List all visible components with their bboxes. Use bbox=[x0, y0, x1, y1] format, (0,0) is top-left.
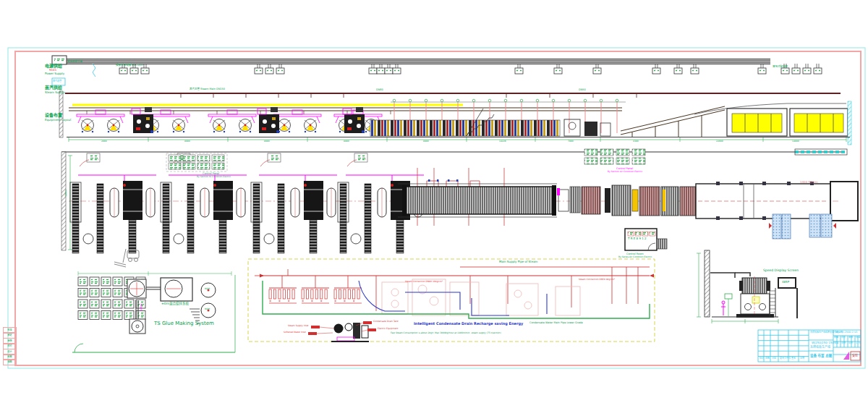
control-cluster-b bbox=[584, 149, 645, 164]
note-dn50: DN50 bbox=[579, 88, 586, 91]
note-transformer: 变压器房引来 bbox=[67, 60, 82, 63]
note-busduct: 插接式母线槽 Bus Duct bbox=[116, 64, 143, 67]
tb-left-5: 日期 bbox=[800, 357, 804, 360]
steam-tag3: Condensate Drain Tank bbox=[373, 321, 399, 323]
steam-schematic bbox=[248, 259, 655, 342]
control-cluster-a bbox=[166, 153, 227, 171]
tb-drawing-no: WJ250/250-150 bbox=[812, 342, 834, 345]
condensate-pump-unit bbox=[308, 321, 376, 342]
plan-panel-note2: By Section to Condition Electric bbox=[197, 176, 231, 178]
drawing-linework bbox=[0, 0, 868, 403]
dim-3: 8000 bbox=[344, 140, 349, 143]
tb-left-0: 标记 bbox=[760, 357, 764, 360]
dim-2: 8000 bbox=[264, 140, 270, 143]
tb-stamp: 受控 bbox=[852, 355, 858, 358]
dim-0: 2000 bbox=[101, 140, 107, 143]
label-steam-supply-zh: 蒸汽供给 bbox=[45, 85, 62, 90]
steam-main-line bbox=[52, 78, 841, 98]
delivery-conveyor-plan bbox=[696, 149, 858, 221]
dim-8: 22000 bbox=[716, 140, 723, 143]
glue-shaft-label: 提升机 bbox=[140, 304, 142, 310]
condensate-subtitle: Fast Steam Consumption is about 2kg/t, M… bbox=[391, 332, 501, 334]
tb-left-1: 处数 bbox=[765, 357, 770, 360]
glue-tank2-label: NQM bbox=[205, 308, 210, 310]
label-equipment-layout-zh: 设备布置 bbox=[45, 113, 62, 118]
plan-view bbox=[61, 149, 858, 267]
tb-cell-6: 比例 bbox=[848, 342, 853, 344]
steam-box-label: Main Supply Pipe of Steam bbox=[499, 260, 537, 264]
glue-system bbox=[72, 271, 235, 352]
tb-cell-1: 校对 bbox=[841, 336, 846, 339]
tb-cell-7: 1:75 bbox=[856, 342, 861, 344]
tb-cell-3: 标准 bbox=[856, 336, 860, 339]
note-dn80: DN80 bbox=[376, 88, 383, 91]
tb-left-4: 签名 bbox=[791, 357, 796, 360]
label-power-supply-en: Power Supply bbox=[45, 72, 64, 76]
dim-4: 8000 bbox=[423, 140, 429, 143]
dim-7: 4300 bbox=[633, 140, 639, 143]
note-cabinet: 落地式配电柜 bbox=[773, 65, 788, 68]
tb-cell-2: 审核 bbox=[848, 336, 853, 339]
glue-mixer-label: ±0m混合搅拌系统 bbox=[161, 302, 189, 305]
dim-9: 14000 bbox=[792, 140, 799, 143]
condensate-title: Intelligent Condensate Drain Recharge sa… bbox=[414, 322, 523, 326]
tb-left-3: 更改文件号 bbox=[780, 357, 791, 360]
double-facer-plan bbox=[398, 184, 696, 217]
control-room-note2: By Series Air Condition Electric bbox=[618, 256, 652, 258]
label-steam-supply-en: Steam Supply bbox=[45, 91, 65, 95]
note-steam-main: 蒸汽主管 Steam Main DN150 bbox=[190, 88, 225, 90]
speed-screen-label: Speed Display Screen bbox=[763, 268, 799, 272]
plan-wall-dim: 31500 bbox=[65, 190, 67, 197]
control-room-code: T R E 8 9 1 2 bbox=[628, 237, 647, 241]
speed-display-value: 485P bbox=[782, 281, 789, 284]
tb-title2: 设备 布置 总图 bbox=[810, 354, 832, 357]
label-equipment-layout-en: Equipment Layout bbox=[45, 119, 72, 122]
glue-tank1-label: NQM bbox=[205, 288, 210, 290]
tb-project: WJ250-2500-2-V1 bbox=[835, 331, 858, 334]
tb-left-2: 分区 bbox=[772, 357, 776, 360]
tb-cell-0: 制图 bbox=[834, 336, 838, 339]
steam-red-note1: Steam Connection DN80 10kg/cm² bbox=[405, 281, 443, 283]
dim-1: 8000 bbox=[184, 140, 190, 143]
tb-cell-5: 日期 bbox=[841, 342, 846, 344]
label-steam-tag: 蒸汽总管 bbox=[53, 80, 61, 82]
rev-row-6: 描图 bbox=[3, 359, 17, 365]
speed-display-area bbox=[697, 250, 797, 323]
glue-system-title: TS Glue Making System bbox=[154, 321, 214, 326]
dim-5: 14226 bbox=[499, 140, 506, 143]
steam-red-note2: Steam Connection DN50 8kg/cm² bbox=[579, 279, 615, 281]
steam-tag1: Steam Supply Inlet bbox=[288, 325, 308, 327]
stackers bbox=[727, 109, 848, 136]
dim-6: 7000 bbox=[568, 140, 574, 143]
tb-title1: 瓦楞纸板生产线 bbox=[810, 346, 830, 349]
cad-drawing-canvas: 电源供给 5101 Power Supply 蒸汽供给 Steam Supply… bbox=[0, 0, 868, 403]
tb-cell-4: 批准 bbox=[834, 342, 838, 344]
steam-tag4: Electric Equipment bbox=[378, 328, 398, 330]
elevation-view bbox=[52, 56, 851, 145]
plan-magenta-note2: By Section Air Condition Electric bbox=[608, 171, 642, 173]
steam-tag2: Softened Water Inlet bbox=[284, 331, 306, 334]
plan-speed-tag: 1400 52rpm bbox=[800, 181, 818, 184]
condensate-right-note: Condensate Water Main Pipe Lower Grade bbox=[529, 321, 583, 324]
